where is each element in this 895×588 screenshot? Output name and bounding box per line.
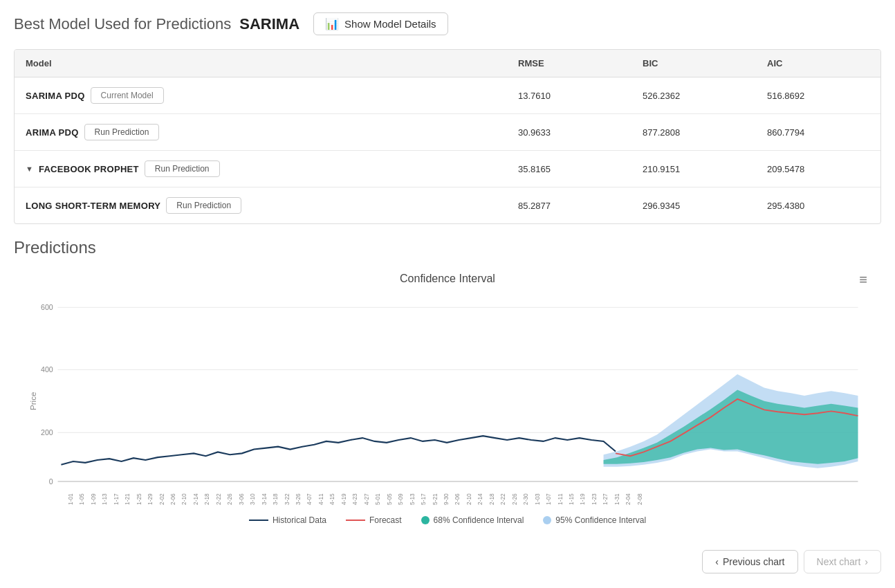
chart-menu-icon[interactable]: ≡ xyxy=(859,273,867,286)
chart-svg-wrapper: Price 600 400 200 0 xyxy=(28,291,867,507)
svg-text:2021-04-19: 2021-04-19 xyxy=(341,493,347,505)
legend-68ci: 68% Confidence Interval xyxy=(421,515,524,525)
table-body: SARIMA PDQCurrent Model13.7610526.236251… xyxy=(15,77,880,224)
legend-historical-line xyxy=(249,520,268,521)
header-prefix: Best Model Used for Predictions xyxy=(14,15,231,33)
historical-line xyxy=(61,436,616,465)
svg-text:2021-05-05: 2021-05-05 xyxy=(387,493,393,505)
run-prediction-button[interactable]: Run Prediction xyxy=(145,160,220,177)
predictions-title: Predictions xyxy=(14,238,881,257)
model-aic-value: 209.5478 xyxy=(756,151,880,187)
legend-95ci-dot xyxy=(543,516,551,524)
col-model: Model xyxy=(15,50,507,77)
table-row: ▼FACEBOOK PROPHETRun Prediction35.816521… xyxy=(15,151,880,187)
expand-chevron-icon[interactable]: ▼ xyxy=(26,165,33,173)
svg-text:2021-02-14: 2021-02-14 xyxy=(193,493,199,505)
model-name-text: ARIMA PDQ xyxy=(26,127,79,138)
svg-text:2022-01-31: 2022-01-31 xyxy=(614,493,620,505)
svg-text:2021-03-14: 2021-03-14 xyxy=(261,493,268,505)
model-name-text: SARIMA PDQ xyxy=(26,91,85,101)
svg-text:2021-04-07: 2021-04-07 xyxy=(306,493,313,505)
svg-text:2021-03-26: 2021-03-26 xyxy=(295,493,302,505)
model-bic-value: 877.2808 xyxy=(631,114,756,151)
svg-text:2021-02-10: 2021-02-10 xyxy=(181,493,187,505)
svg-text:2021-02-02: 2021-02-02 xyxy=(159,493,165,505)
svg-text:2021-05-17: 2021-05-17 xyxy=(421,493,427,505)
svg-text:2021-04-23: 2021-04-23 xyxy=(352,493,358,505)
predictions-section: Predictions Confidence Interval ≡ Price … xyxy=(0,238,895,539)
svg-text:2022-01-07: 2022-01-07 xyxy=(546,493,552,505)
legend-historical-label: Historical Data xyxy=(273,515,326,525)
previous-chart-button[interactable]: ‹ Previous chart xyxy=(702,550,797,573)
svg-text:2022-01-15: 2022-01-15 xyxy=(569,493,575,505)
legend-forecast: Forecast xyxy=(346,515,402,525)
col-aic: AIC xyxy=(756,50,880,77)
svg-text:2021-04-11: 2021-04-11 xyxy=(318,493,324,505)
svg-text:2021-04-15: 2021-04-15 xyxy=(329,493,335,505)
model-rmse-value: 30.9633 xyxy=(507,114,631,151)
show-model-btn-label: Show Model Details xyxy=(344,18,436,30)
chart-nav: ‹ Previous chart Next chart › xyxy=(0,539,895,580)
chart-svg: Price 600 400 200 0 xyxy=(28,291,867,505)
svg-text:2022-02-04: 2022-02-04 xyxy=(625,493,631,505)
svg-text:2021-01-29: 2021-01-29 xyxy=(147,493,154,505)
next-chart-button[interactable]: Next chart › xyxy=(804,550,881,573)
svg-text:2021-05-01: 2021-05-01 xyxy=(375,493,381,505)
svg-text:2022-02-08: 2022-02-08 xyxy=(637,493,643,505)
svg-text:2021-03-10: 2021-03-10 xyxy=(250,493,256,505)
prev-chart-label: Previous chart xyxy=(723,556,784,567)
svg-text:2021-03-22: 2021-03-22 xyxy=(284,493,290,505)
svg-text:2021-03-06: 2021-03-06 xyxy=(239,493,245,505)
svg-text:2021-02-26: 2021-02-26 xyxy=(227,493,233,505)
svg-text:2021-03-18: 2021-03-18 xyxy=(273,493,279,505)
table-header: Model RMSE BIC AIC xyxy=(15,50,880,77)
svg-text:2021-09-30: 2021-09-30 xyxy=(443,493,450,505)
legend-historical: Historical Data xyxy=(249,515,326,525)
svg-text:2021-02-18: 2021-02-18 xyxy=(204,493,210,505)
svg-text:2022-01-27: 2022-01-27 xyxy=(602,493,609,505)
svg-text:0: 0 xyxy=(49,477,53,486)
svg-text:2021-05-21: 2021-05-21 xyxy=(432,493,439,505)
y-axis-label: Price xyxy=(28,392,37,410)
legend-forecast-line xyxy=(346,520,365,521)
svg-text:2021-01-21: 2021-01-21 xyxy=(124,493,131,505)
model-name-text: FACEBOOK PROPHET xyxy=(39,164,139,174)
prev-chevron-icon: ‹ xyxy=(715,556,719,567)
svg-text:2021-01-05: 2021-01-05 xyxy=(79,493,85,505)
model-name-cell: ARIMA PDQRun Prediction xyxy=(15,114,507,151)
table-row: SARIMA PDQCurrent Model13.7610526.236251… xyxy=(15,77,880,114)
svg-text:2022-01-03: 2022-01-03 xyxy=(535,493,541,505)
model-aic-value: 860.7794 xyxy=(756,114,880,151)
model-aic-value: 516.8692 xyxy=(756,77,880,114)
run-prediction-button[interactable]: Run Prediction xyxy=(166,197,241,214)
svg-text:2021-01-17: 2021-01-17 xyxy=(113,493,120,505)
svg-text:2021-01-01: 2021-01-01 xyxy=(68,493,74,505)
show-model-details-button[interactable]: 📊 Show Model Details xyxy=(313,12,448,35)
svg-text:2022-01-11: 2022-01-11 xyxy=(557,493,564,505)
model-rmse-value: 13.7610 xyxy=(507,77,631,114)
svg-text:2021-12-14: 2021-12-14 xyxy=(477,493,483,505)
svg-text:600: 600 xyxy=(41,303,53,311)
svg-text:2021-01-13: 2021-01-13 xyxy=(102,493,108,505)
svg-text:200: 200 xyxy=(41,428,53,437)
model-name-cell: ▼FACEBOOK PROPHETRun Prediction xyxy=(15,151,507,187)
model-bic-value: 296.9345 xyxy=(631,187,756,224)
chart-title: Confidence Interval xyxy=(400,273,495,285)
svg-text:2022-01-23: 2022-01-23 xyxy=(591,493,598,505)
legend-95ci-label: 95% Confidence Interval xyxy=(555,515,646,525)
svg-text:2022-01-19: 2022-01-19 xyxy=(580,493,586,505)
col-bic: BIC xyxy=(631,50,756,77)
model-name-cell: LONG SHORT-TERM MEMORYRun Prediction xyxy=(15,187,507,224)
legend-68ci-dot xyxy=(421,516,430,524)
run-prediction-button[interactable]: Run Prediction xyxy=(84,124,160,140)
table-row: LONG SHORT-TERM MEMORYRun Prediction85.2… xyxy=(15,187,880,224)
model-aic-value: 295.4380 xyxy=(756,187,880,224)
svg-text:2021-02-06: 2021-02-06 xyxy=(170,493,176,505)
svg-text:2021-02-22: 2021-02-22 xyxy=(216,493,222,505)
model-name-text: LONG SHORT-TERM MEMORY xyxy=(26,201,160,211)
chart-container: Confidence Interval ≡ Price 600 400 200 xyxy=(14,266,881,525)
table-icon: 📊 xyxy=(325,17,339,30)
svg-text:2021-12-10: 2021-12-10 xyxy=(466,493,472,505)
model-bic-value: 210.9151 xyxy=(631,151,756,187)
svg-text:2021-01-09: 2021-01-09 xyxy=(91,493,97,505)
